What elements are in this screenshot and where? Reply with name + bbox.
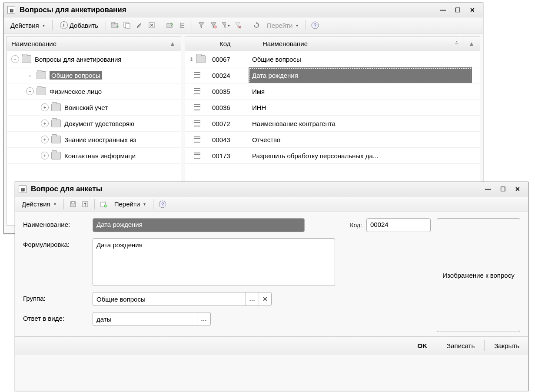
minimize-button[interactable]: — xyxy=(439,6,447,14)
table-row[interactable]: 00173Разрешить обработку персональных да… xyxy=(185,148,480,164)
code-cell: 00036 xyxy=(209,104,249,111)
copy-icon[interactable] xyxy=(123,20,132,30)
tree-header[interactable]: Наименование xyxy=(7,37,164,51)
item-icon xyxy=(185,72,209,78)
add-group-icon[interactable]: + xyxy=(110,20,120,30)
folder-icon xyxy=(51,103,61,111)
expander-icon[interactable]: − xyxy=(11,55,19,63)
folder-icon xyxy=(37,71,46,79)
name-cell: Наименование контрагента xyxy=(249,116,472,131)
expander-icon[interactable]: + xyxy=(41,136,49,143)
code-column-header[interactable]: Код xyxy=(215,37,258,51)
tree-node-general[interactable]: ○ Общие вопросы xyxy=(7,67,181,83)
expander-icon[interactable]: + xyxy=(41,120,49,127)
save-icon[interactable] xyxy=(68,199,78,209)
code-cell: 00173 xyxy=(209,152,249,159)
close-button[interactable]: Закрыть xyxy=(491,340,523,351)
maximize-button[interactable]: ☐ xyxy=(453,6,462,14)
filter-menu-icon[interactable] xyxy=(221,20,230,30)
save-button[interactable]: Записать xyxy=(443,340,478,351)
svg-point-7 xyxy=(214,26,216,28)
titlebar[interactable]: ▦ Вопрос для анкеты — ☐ ✕ xyxy=(15,182,528,196)
folder-icon: ↥ xyxy=(185,55,209,63)
ok-button[interactable]: OK xyxy=(414,340,431,351)
svg-point-14 xyxy=(104,205,107,207)
refresh-icon[interactable] xyxy=(252,20,261,30)
clear-filter-icon[interactable] xyxy=(233,20,243,30)
tree-node-military[interactable]: + Воинский учет xyxy=(7,100,181,116)
table-row[interactable]: 00024Дата рождения xyxy=(185,67,480,83)
window-title: Вопрос для анкеты xyxy=(31,185,484,193)
tree-root[interactable]: − Вопросы для анкетирования xyxy=(7,51,181,67)
wording-textarea[interactable]: Дата рождения xyxy=(93,238,335,286)
question-form-window: ▦ Вопрос для анкеты — ☐ ✕ Действия Перей… xyxy=(15,182,528,391)
name-cell: ИНН xyxy=(249,100,472,115)
goto-menu[interactable]: Перейти xyxy=(263,20,302,31)
name-column-header[interactable]: Наименование ≙ xyxy=(258,37,463,51)
expander-icon[interactable]: − xyxy=(26,87,34,95)
answer-type-input[interactable] xyxy=(93,313,197,325)
item-icon xyxy=(185,120,209,126)
table-row[interactable]: 00043Отчество xyxy=(185,132,480,148)
name-cell: Общие вопросы xyxy=(249,51,472,67)
table-row[interactable]: 00072Наименование контрагента xyxy=(185,116,480,132)
select-button[interactable]: … xyxy=(245,292,259,306)
toolbar: Действия Перейти ? xyxy=(15,196,528,212)
tree-node-contact[interactable]: + Контактная информаци xyxy=(7,148,181,164)
image-placeholder[interactable]: Изображение к вопросу xyxy=(437,218,520,332)
name-label: Наименование: xyxy=(23,218,93,228)
move-item-icon[interactable] xyxy=(166,20,175,30)
window-title: Вопросы для анкетирования xyxy=(20,6,439,14)
close-button[interactable]: ✕ xyxy=(468,6,477,14)
reread-icon[interactable] xyxy=(80,199,90,209)
table-row[interactable]: 00036ИНН xyxy=(185,100,480,116)
tree-node-languages[interactable]: + Знание иностранных яз xyxy=(7,132,181,148)
actions-menu[interactable]: Действия xyxy=(18,198,60,210)
plus-icon: + xyxy=(60,21,68,29)
svg-text:?: ? xyxy=(161,202,164,207)
form-footer: OK Записать Закрыть xyxy=(15,336,528,355)
code-cell: 00024 xyxy=(209,72,249,79)
help-icon[interactable]: ? xyxy=(310,20,320,30)
titlebar[interactable]: ▦ Вопросы для анкетирования — ☐ ✕ xyxy=(4,3,483,17)
code-input[interactable]: 00024 xyxy=(366,218,431,232)
table-row[interactable]: ↥00067Общие вопросы xyxy=(185,51,480,67)
tree-node-person[interactable]: − Физическое лицо xyxy=(7,83,181,100)
item-icon xyxy=(185,153,209,159)
svg-rect-11 xyxy=(72,202,74,204)
folder-icon xyxy=(51,152,61,159)
svg-rect-4 xyxy=(126,23,130,28)
close-button[interactable]: ✕ xyxy=(513,185,522,193)
window-icon: ▦ xyxy=(7,6,15,14)
maximize-button[interactable]: ☐ xyxy=(498,185,507,193)
group-label: Группа: xyxy=(23,292,93,302)
scroll-up-icon[interactable]: ▲ xyxy=(164,37,181,51)
tree-node-identity[interactable]: + Документ удостоверяю xyxy=(7,116,181,132)
add-button[interactable]: + Добавить xyxy=(56,19,102,31)
filter-off-icon[interactable] xyxy=(209,20,218,30)
name-cell: Имя xyxy=(249,83,472,99)
goto-menu[interactable]: Перейти xyxy=(110,198,150,210)
expander-icon[interactable]: + xyxy=(41,103,49,111)
hierarchy-icon[interactable] xyxy=(178,20,187,30)
edit-icon[interactable] xyxy=(135,20,144,30)
name-input[interactable]: Дата рождения xyxy=(93,218,305,232)
group-input[interactable] xyxy=(93,293,245,305)
help-icon[interactable]: ? xyxy=(158,199,167,209)
minimize-button[interactable]: — xyxy=(484,185,492,193)
filter-by-value-icon[interactable] xyxy=(196,20,206,30)
expander-icon[interactable]: ○ xyxy=(26,71,34,79)
actions-menu[interactable]: Действия xyxy=(7,20,49,31)
name-cell: Дата рождения xyxy=(249,67,472,83)
clear-button[interactable]: ✕ xyxy=(259,292,271,306)
code-cell: 00043 xyxy=(209,136,249,143)
table-row[interactable]: 00035Имя xyxy=(185,83,480,100)
select-button[interactable]: … xyxy=(197,312,210,326)
create-from-icon[interactable] xyxy=(99,199,109,209)
code-cell: 00067 xyxy=(209,56,249,63)
scroll-up-icon[interactable]: ▲ xyxy=(463,37,480,51)
expander-icon[interactable]: + xyxy=(41,152,49,159)
code-cell: 00035 xyxy=(209,88,249,95)
item-icon xyxy=(185,136,209,143)
delete-icon[interactable] xyxy=(147,20,156,30)
